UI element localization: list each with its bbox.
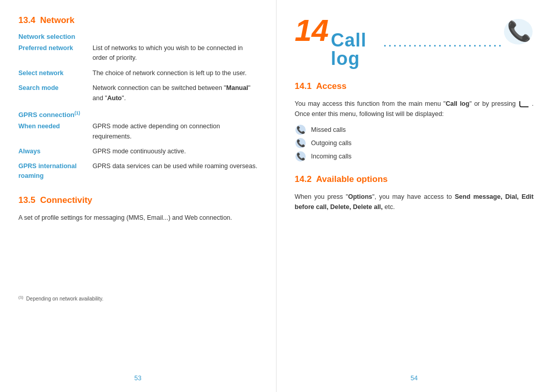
outgoing-calls-icon: 📞 — [295, 137, 306, 149]
section-13-5-title: 13.5 Connectivity — [18, 195, 258, 205]
term-preferred: Preferred network — [18, 43, 93, 63]
term-always: Always — [18, 147, 93, 156]
incoming-calls-label: Incoming calls — [311, 153, 352, 160]
svg-text:📞: 📞 — [296, 126, 306, 134]
section-13-4-title: 13.4 Network — [18, 15, 258, 26]
left-page-number: 53 — [18, 370, 258, 382]
outgoing-calls-label: Outgoing calls — [311, 140, 352, 147]
section-13-4: 13.4 Network Network selection Preferred… — [18, 15, 258, 186]
missed-calls-item: 📞 Missed calls — [295, 124, 534, 135]
right-page: 14 Call log ........................ 📞 1… — [277, 0, 553, 392]
def-row-when-needed: When needed GPRS mode active depending o… — [18, 122, 258, 142]
outgoing-calls-item: 📞 Outgoing calls — [295, 137, 534, 149]
section-14-2: 14.2 Available options When you press "O… — [295, 174, 534, 212]
chapter-dots: ........................ — [383, 20, 503, 50]
desc-gprs-roaming: GPRS data services can be used while roa… — [93, 162, 258, 181]
section-13-5: 13.5 Connectivity A set of profile setti… — [18, 195, 258, 223]
desc-preferred: List of networks to which you wish to be… — [93, 43, 258, 63]
def-row-select: Select network The choice of network con… — [18, 68, 258, 78]
connectivity-text: A set of profile settings for messaging … — [18, 213, 258, 223]
desc-search: Network connection can be switched betwe… — [93, 83, 258, 103]
term-when-needed: When needed — [18, 122, 93, 142]
right-page-number: 54 — [295, 370, 534, 382]
desc-always: GPRS mode continuously active. — [93, 147, 258, 156]
def-row-search: Search mode Network connection can be sw… — [18, 83, 258, 103]
gprs-superscript: (1) — [75, 110, 80, 116]
options-text: When you press "Options", you may have a… — [295, 192, 534, 212]
incoming-calls-icon: 📞 — [295, 151, 306, 162]
term-search: Search mode — [18, 83, 93, 103]
access-text: You may access this function from the ma… — [295, 99, 534, 119]
phone-button-icon — [519, 101, 528, 107]
term-gprs-roaming: GPRS international roaming — [18, 162, 93, 181]
section-14-1: 14.1 Access You may access this function… — [295, 81, 534, 164]
def-row-always: Always GPRS mode continuously active. — [18, 147, 258, 156]
desc-when-needed: GPRS mode active depending on connection… — [93, 122, 258, 142]
phone-icon: 📞 — [503, 17, 534, 48]
gprs-label: GPRS connection(1) — [18, 110, 258, 119]
chapter-number: 14 — [295, 15, 329, 46]
svg-text:📞: 📞 — [296, 139, 306, 148]
svg-text:📞: 📞 — [507, 19, 532, 43]
svg-text:📞: 📞 — [296, 152, 306, 161]
def-row-preferred: Preferred network List of networks to wh… — [18, 43, 258, 63]
section-14-2-title: 14.2 Available options — [295, 174, 534, 185]
network-selection-label: Network selection — [18, 33, 258, 40]
footnote: (1) Depending on network availability. — [18, 291, 258, 302]
term-select: Select network — [18, 68, 93, 78]
missed-calls-icon: 📞 — [295, 124, 306, 135]
incoming-calls-item: 📞 Incoming calls — [295, 151, 534, 162]
missed-calls-label: Missed calls — [311, 126, 346, 133]
chapter-title: Call log — [331, 22, 383, 68]
section-14-1-title: 14.1 Access — [295, 81, 534, 91]
chapter-header: 14 Call log ........................ 📞 — [295, 15, 534, 68]
desc-select: The choice of network connection is left… — [93, 68, 258, 78]
left-page: 13.4 Network Network selection Preferred… — [0, 0, 277, 392]
def-row-gprs-roaming: GPRS international roaming GPRS data ser… — [18, 162, 258, 181]
